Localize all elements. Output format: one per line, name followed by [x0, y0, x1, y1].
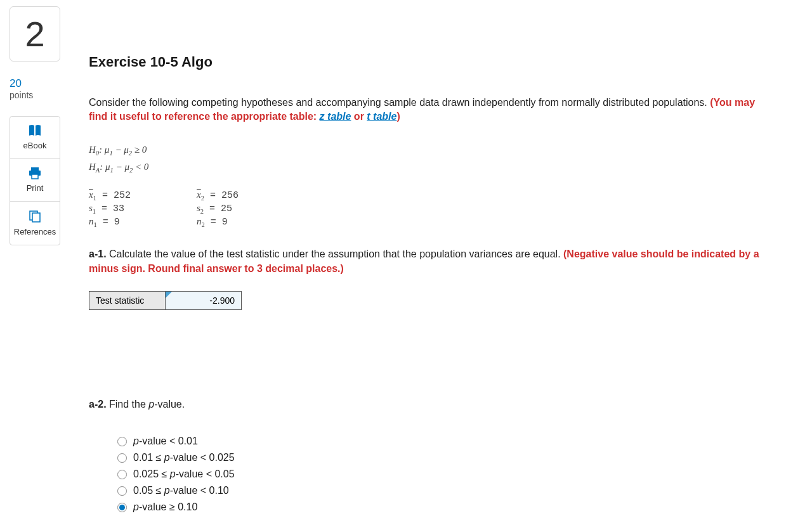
n: n — [197, 216, 202, 226]
opt5-text: -value ≥ 0.10 — [139, 501, 197, 512]
prompt-text: Consider the following competing hypothe… — [89, 97, 710, 108]
tool-box: eBook Print References — [10, 116, 60, 245]
eq: = — [205, 217, 222, 228]
stat-value: -2.900 — [209, 295, 235, 306]
h-sym: H — [89, 145, 96, 155]
eq: = — [204, 204, 221, 214]
opt4-pre: 0.05 ≤ — [133, 485, 164, 496]
points-value: 20 — [10, 77, 60, 90]
ebook-button[interactable]: eBook — [10, 117, 60, 159]
radio-icon[interactable] — [117, 470, 127, 479]
hint-close: ) — [396, 111, 400, 122]
a2-label: a-2. — [89, 399, 107, 410]
a1-text: Calculate the value of the test statisti… — [107, 249, 563, 259]
radio-option-2[interactable]: 0.01 ≤ p-value < 0.025 — [117, 452, 768, 463]
z-table-link[interactable]: z table — [320, 111, 351, 122]
eq: = — [204, 190, 221, 201]
xbar: x — [89, 190, 93, 200]
exercise-title: Exercise 10-5 Algo — [89, 54, 768, 70]
a1-label: a-1. — [89, 249, 107, 259]
sidebar: 2 20 points eBook Print References — [0, 6, 70, 530]
x1-val: 252 — [114, 190, 131, 201]
radio-list: p-value < 0.01 0.01 ≤ p-value < 0.025 0.… — [89, 436, 768, 513]
eq: = — [96, 204, 113, 214]
ge-0: ≥ 0 — [132, 145, 147, 155]
a2-p: p — [148, 399, 154, 410]
radio-option-5[interactable]: p-value ≥ 0.10 — [117, 501, 768, 513]
prompt-paragraph: Consider the following competing hypothe… — [89, 96, 768, 124]
main-content: Exercise 10-5 Algo Consider the followin… — [70, 6, 787, 530]
copy-icon — [28, 209, 42, 223]
print-button[interactable]: Print — [10, 159, 60, 202]
mu: μ — [124, 162, 129, 172]
radio-option-3[interactable]: 0.025 ≤ p-value < 0.05 — [117, 469, 768, 480]
radio-option-4[interactable]: 0.05 ≤ p-value < 0.10 — [117, 485, 768, 496]
references-button[interactable]: References — [10, 202, 60, 245]
mu: μ — [124, 145, 129, 155]
minus: − — [113, 145, 124, 155]
opt3-text: -value < 0.05 — [176, 469, 235, 479]
opt2-text: -value < 0.025 — [170, 452, 235, 463]
sample-col-2: x2 = 256 s2 = 25 n2 = 9 — [197, 190, 254, 229]
opt3-pre: 0.025 ≤ — [133, 469, 170, 479]
question-number-badge: 2 — [10, 6, 60, 61]
x2-val: 256 — [221, 190, 239, 201]
radio-icon[interactable] — [117, 453, 127, 463]
a1-prompt: a-1. Calculate the value of the test sta… — [89, 247, 768, 276]
references-label: References — [14, 227, 56, 236]
n1-val: 9 — [114, 217, 120, 228]
eq: = — [97, 217, 114, 228]
test-statistic-table: Test statistic -2.900 — [89, 291, 242, 310]
radio-option-1[interactable]: p-value < 0.01 — [117, 436, 768, 447]
sample-data: x1 = 252 s1 = 33 n1 = 9 x2 = 256 s2 = 25… — [89, 190, 768, 229]
n: n — [89, 216, 94, 226]
input-flag-icon — [166, 292, 172, 298]
stat-input-cell[interactable]: -2.900 — [166, 292, 242, 310]
ebook-label: eBook — [23, 141, 47, 150]
hypotheses-block: H0: μ1 − μ2 ≥ 0 HA: μ1 − μ2 < 0 — [89, 142, 768, 176]
opt1-text: -value < 0.01 — [139, 436, 198, 446]
radio-icon-selected[interactable] — [117, 503, 127, 512]
mu: μ — [105, 162, 110, 172]
radio-icon[interactable] — [117, 437, 127, 446]
s2-val: 25 — [221, 204, 232, 214]
stat-label-cell: Test statistic — [89, 292, 166, 310]
sep: : — [99, 145, 105, 155]
a2-tail: -value. — [154, 399, 185, 410]
sep: : — [100, 162, 105, 172]
points-label: points — [10, 90, 60, 100]
print-label: Print — [27, 183, 44, 193]
a2-prompt: a-2. Find the p-value. — [89, 399, 768, 410]
xbar: x — [197, 190, 201, 200]
svg-rect-0 — [31, 167, 39, 171]
book-icon — [28, 124, 42, 137]
n2-val: 9 — [222, 217, 228, 228]
svg-rect-2 — [32, 174, 38, 179]
minus: − — [114, 162, 125, 172]
printer-icon — [28, 167, 42, 179]
svg-rect-4 — [32, 213, 40, 222]
a2-text: Find the — [107, 399, 149, 410]
lt-0: < 0 — [133, 162, 148, 172]
eq: = — [96, 190, 114, 201]
hint-or: or — [351, 111, 367, 122]
h-sym: H — [89, 162, 96, 172]
s1-val: 33 — [113, 204, 124, 214]
radio-icon[interactable] — [117, 486, 127, 496]
t-table-link[interactable]: t table — [367, 111, 396, 122]
opt2-pre: 0.01 ≤ — [133, 452, 164, 463]
sample-col-1: x1 = 252 s1 = 33 n1 = 9 — [89, 190, 146, 229]
opt4-text: -value < 0.10 — [170, 485, 229, 496]
